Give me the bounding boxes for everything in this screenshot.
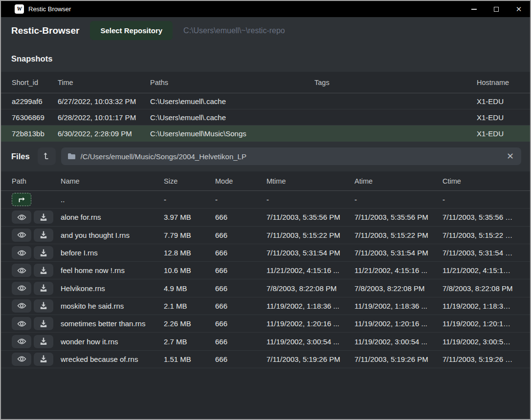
col-path: Path	[12, 177, 61, 185]
empty-area	[1, 368, 530, 419]
download-file-button[interactable]	[34, 299, 53, 313]
file-atime: 7/8/2003, 8:22:08 PM	[354, 284, 442, 293]
file-row[interactable]: before I.rns 12.8 MB 666 7/11/2003, 5:31…	[1, 244, 530, 262]
preview-file-button[interactable]	[12, 210, 31, 224]
maximize-icon	[494, 7, 499, 12]
snapshot-row[interactable]: 72b813bb 6/30/2022, 2:28:09 PM C:\Users\…	[1, 126, 530, 142]
app-header: Restic-Browser Select Repository C:\User…	[1, 17, 530, 44]
preview-file-button[interactable]	[12, 264, 31, 277]
snapshot-paths: C:\Users\emuell\.cache	[150, 97, 314, 105]
file-size: 7.79 MB	[164, 231, 215, 239]
snapshot-short-id: 72b813bb	[12, 129, 58, 138]
col-mtime: Mtime	[266, 177, 354, 185]
snapshot-time: 6/30/2022, 2:28:09 PM	[58, 129, 150, 138]
snapshots-table-header: Short_id Time Paths Tags Hostname	[1, 72, 530, 93]
eye-icon	[17, 338, 26, 345]
snapshot-time: 6/28/2022, 10:01:17 PM	[58, 113, 150, 122]
file-row[interactable]: feel home now !.rns 10.6 MB 666 11/21/20…	[1, 262, 530, 279]
download-icon	[40, 320, 47, 328]
eye-icon	[17, 214, 26, 221]
file-atime: 7/11/2003, 5:15:22 PM	[354, 231, 442, 239]
download-file-button[interactable]	[34, 264, 53, 277]
eye-icon	[17, 302, 26, 309]
snapshots-section-title: Snapshots	[1, 44, 530, 72]
snapshot-row[interactable]: a2299af6 6/27/2022, 10:03:32 PM C:\Users…	[1, 93, 530, 109]
snapshot-time: 6/27/2022, 10:03:32 PM	[58, 97, 150, 105]
preview-file-button[interactable]	[12, 246, 31, 259]
file-mtime: 11/19/2002, 1:20:16 ...	[266, 319, 354, 328]
current-path-text: /C/Users/emuell/Music/Songs/2004_Helveti…	[81, 152, 501, 161]
repository-path: C:\Users\emuell\~\restic-repo	[183, 26, 285, 35]
snapshot-hostname: X1-EDU	[477, 113, 519, 122]
file-row[interactable]: and you thought I.rns 7.79 MB 666 7/11/2…	[1, 227, 530, 244]
file-atime: 7/11/2003, 5:31:54 PM	[354, 249, 442, 257]
minimize-button[interactable]	[463, 1, 485, 17]
file-name: ..	[61, 195, 164, 204]
preview-file-button[interactable]	[12, 299, 31, 313]
file-ctime: 11/19/2002, 1:18:36 ...	[442, 302, 519, 310]
folder-icon	[67, 153, 76, 160]
file-row[interactable]: Helvikone.rns 4.9 MB 666 7/8/2003, 8:22:…	[1, 279, 530, 297]
file-mtime: -	[266, 195, 354, 204]
download-file-button[interactable]	[34, 282, 53, 295]
current-path-bar[interactable]: /C/Users/emuell/Music/Songs/2004_Helveti…	[61, 147, 521, 165]
file-row[interactable]: moskito he said.rns 2.1 MB 666 11/19/200…	[1, 297, 530, 315]
preview-file-button[interactable]	[12, 229, 31, 242]
level-up-button[interactable]	[38, 147, 56, 165]
files-table-header: Path Name Size Mode Mtime Atime Ctime	[1, 171, 530, 191]
download-icon	[40, 249, 47, 257]
file-mtime: 11/19/2002, 1:18:36 ...	[266, 302, 354, 310]
file-mtime: 7/11/2003, 5:31:54 PM	[266, 249, 354, 257]
file-mtime: 7/8/2003, 8:22:08 PM	[266, 284, 354, 293]
file-mtime: 11/21/2002, 4:15:16 ...	[266, 266, 354, 274]
download-file-button[interactable]	[34, 353, 53, 366]
download-file-button[interactable]	[34, 317, 53, 330]
download-icon	[40, 302, 47, 310]
file-mtime: 11/19/2002, 3:00:54 ...	[266, 337, 354, 346]
download-file-button[interactable]	[34, 335, 53, 348]
preview-file-button[interactable]	[12, 282, 31, 295]
close-button[interactable]: ✕	[508, 1, 530, 17]
go-up-arrow-icon	[18, 196, 25, 203]
snapshot-row[interactable]: 76306869 6/28/2022, 10:01:17 PM C:\Users…	[1, 109, 530, 126]
snapshot-hostname: X1-EDU	[477, 97, 519, 105]
app-window: W Restic Browser ✕ Restic-Browser Select…	[0, 0, 531, 420]
window-title: Restic Browser	[28, 5, 463, 13]
maximize-button[interactable]	[485, 1, 508, 17]
eye-icon	[17, 356, 26, 362]
go-up-button[interactable]	[12, 193, 31, 206]
level-up-icon	[43, 152, 50, 161]
titlebar: W Restic Browser ✕	[1, 1, 530, 17]
file-row[interactable]: wonder how it.rns 2.7 MB 666 11/19/2002,…	[1, 333, 530, 350]
preview-file-button[interactable]	[12, 317, 31, 330]
snapshot-short-id: 76306869	[12, 113, 58, 122]
download-file-button[interactable]	[34, 246, 53, 259]
file-row[interactable]: wrecked because of.rns 1.51 MB 666 7/11/…	[1, 351, 530, 368]
preview-file-button[interactable]	[12, 353, 31, 366]
files-table: Path Name Size Mode Mtime Atime Ctime ..…	[1, 171, 530, 368]
select-repository-button[interactable]: Select Repository	[90, 21, 173, 40]
file-mtime: 7/11/2003, 5:19:26 PM	[266, 355, 354, 363]
file-atime: 11/19/2002, 1:18:36 ...	[354, 302, 442, 310]
files-section-title: Files	[11, 152, 30, 161]
download-icon	[40, 213, 47, 221]
file-row[interactable]: sometimes better than.rns 2.26 MB 666 11…	[1, 315, 530, 333]
file-name: before I.rns	[61, 249, 164, 257]
snapshot-paths: C:\Users\emuell\.cache	[150, 113, 314, 122]
file-mode: 666	[215, 213, 266, 221]
download-file-button[interactable]	[34, 229, 53, 242]
download-file-button[interactable]	[34, 210, 53, 224]
file-mode: 666	[215, 355, 266, 363]
eye-icon	[17, 285, 26, 292]
col-ctime: Ctime	[442, 177, 519, 185]
file-row[interactable]: alone for.rns 3.97 MB 666 7/11/2003, 5:3…	[1, 209, 530, 226]
parent-directory-row[interactable]: .. - - - - -	[1, 191, 530, 209]
file-mode: 666	[215, 284, 266, 293]
file-size: 4.9 MB	[164, 284, 215, 293]
preview-file-button[interactable]	[12, 335, 31, 348]
file-ctime: 7/11/2003, 5:15:22 PM	[442, 231, 519, 239]
file-name: and you thought I.rns	[61, 231, 164, 239]
file-ctime: 7/8/2003, 8:22:08 PM	[442, 284, 519, 293]
clear-path-button[interactable]: ✕	[506, 152, 515, 161]
col-atime: Atime	[354, 177, 442, 185]
